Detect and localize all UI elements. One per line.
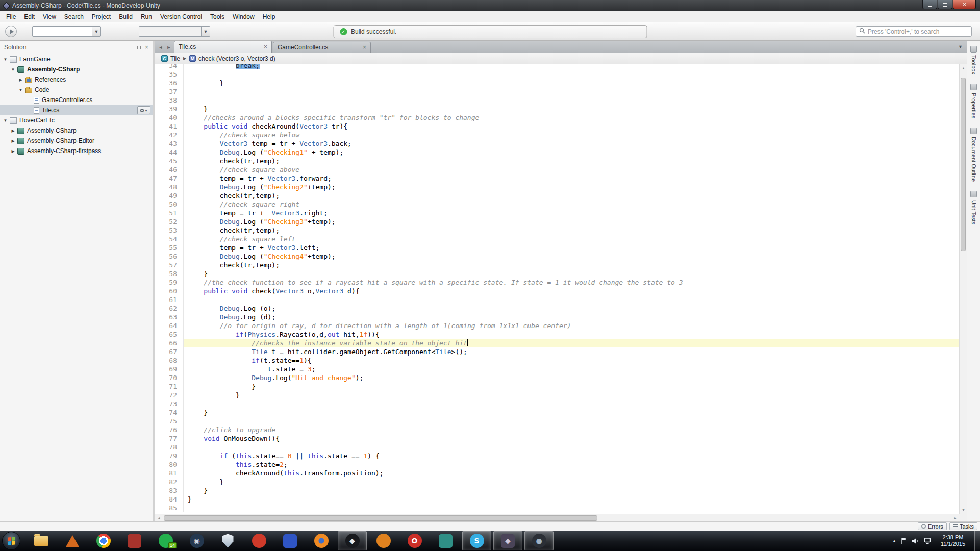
taskbar-icon-2[interactable] <box>58 531 87 550</box>
chrome-icon[interactable] <box>89 531 118 550</box>
steam-icon[interactable]: ◉ <box>182 531 211 550</box>
menu-help[interactable]: Help <box>259 12 280 22</box>
taskbar-icon-17[interactable]: ● <box>524 531 554 550</box>
code-line-text[interactable] <box>184 399 959 408</box>
menu-project[interactable]: Project <box>88 12 115 22</box>
unity-icon[interactable]: ◆ <box>338 531 367 550</box>
action-center-flag-icon[interactable] <box>901 537 907 544</box>
code-line-text[interactable] <box>184 87 959 96</box>
panel-dock-icon[interactable] <box>137 46 141 49</box>
code-line-text[interactable]: } <box>184 486 959 495</box>
tree-expander[interactable]: ▶ <box>10 149 16 154</box>
opera-icon[interactable]: O <box>400 531 429 550</box>
code-line-text[interactable]: //o for origin of ray, d for direction w… <box>184 321 959 330</box>
breadcrumb-item-check[interactable]: Mcheck (Vector3 o, Vector3 d) <box>189 55 275 62</box>
tree-item-gamecontroller-cs[interactable]: GameController.cs <box>0 95 153 105</box>
scroll-left-arrow[interactable]: ◄ <box>155 514 163 522</box>
dock-tab-toolbox[interactable]: Toolbox <box>970 46 977 74</box>
run-button[interactable] <box>5 26 17 37</box>
code-line-text[interactable]: //checks the instance variable state on … <box>184 339 959 347</box>
code-line-text[interactable]: temp = tr + Vector3.left; <box>184 243 959 252</box>
errors-button[interactable]: Errors <box>918 522 947 530</box>
volume-icon[interactable] <box>912 538 919 544</box>
spotify-icon[interactable]: 14 <box>151 531 180 550</box>
show-desktop-button[interactable] <box>974 531 980 551</box>
code-line-text[interactable]: Debug.Log ("Checking3"+temp); <box>184 217 959 226</box>
taskbar-icon-9[interactable] <box>275 531 305 550</box>
code-line-text[interactable]: if (this.state== 0 || this.state == 1) { <box>184 452 959 460</box>
code-line-text[interactable]: //check square above <box>184 165 959 174</box>
code-line-text[interactable] <box>184 417 959 425</box>
code-line-text[interactable]: Debug.Log (d); <box>184 313 959 321</box>
monodevelop-icon[interactable]: ◆ <box>493 531 522 550</box>
scroll-right-arrow[interactable]: ► <box>951 514 959 522</box>
code-line-text[interactable] <box>184 443 959 452</box>
tree-item-code[interactable]: ▼Code <box>0 85 153 95</box>
menu-search[interactable]: Search <box>60 12 88 22</box>
dock-tab-unit-tests[interactable]: Unit Tests <box>970 191 977 224</box>
nav-forward-button[interactable]: ► <box>165 42 173 53</box>
tab-list-dropdown[interactable]: ▼ <box>958 44 963 49</box>
target-dropdown[interactable]: ▼ <box>139 26 210 37</box>
code-line-text[interactable]: } <box>184 391 959 399</box>
dock-tab-properties[interactable]: Properties <box>970 84 977 118</box>
code-line-text[interactable]: Debug.Log ("Checking2"+temp); <box>184 183 959 191</box>
configuration-dropdown[interactable]: ▼ <box>32 26 101 37</box>
taskbar-icon-12[interactable] <box>369 531 398 550</box>
search-input[interactable] <box>868 28 968 35</box>
code-line-text[interactable]: //checks around a blocks specific transf… <box>184 113 959 122</box>
firefox-icon[interactable] <box>307 531 336 550</box>
code-line-text[interactable]: check(tr,temp); <box>184 226 959 235</box>
scroll-up-arrow[interactable]: ▲ <box>960 64 967 72</box>
tab-tile-cs[interactable]: Tile.cs× <box>174 41 272 53</box>
code-line-text[interactable]: //check square right <box>184 200 959 209</box>
code-line-text[interactable]: temp = tr + Vector3.forward; <box>184 174 959 183</box>
menu-file[interactable]: File <box>2 12 20 22</box>
maximize-button[interactable] <box>938 0 952 9</box>
menu-window[interactable]: Window <box>229 12 259 22</box>
taskbar-icon-8[interactable] <box>244 531 273 550</box>
code-line-text[interactable]: } <box>184 269 959 278</box>
code-line-text[interactable]: } <box>184 105 959 113</box>
tree-item-assembly-csharp-firstpass[interactable]: ▶Assembly-CSharp-firstpass <box>0 146 153 156</box>
code-line-text[interactable]: Debug.Log ("Checking4"+temp); <box>184 252 959 261</box>
tree-item-tile-cs[interactable]: Tile.cs▾ <box>0 105 153 115</box>
network-icon[interactable] <box>924 538 932 544</box>
code-line-text[interactable]: this.state=2; <box>184 460 959 469</box>
code-line-text[interactable]: t.state = 3; <box>184 365 959 373</box>
tree-expander[interactable]: ▶ <box>17 78 24 82</box>
menu-run[interactable]: Run <box>137 12 156 22</box>
tree-expander[interactable]: ▼ <box>2 57 9 62</box>
code-line-text[interactable]: Tile t = hit.collider.gameObject.GetComp… <box>184 347 959 356</box>
code-line-text[interactable]: break; <box>184 64 959 70</box>
code-line-text[interactable]: public void check(Vector3 o,Vector3 d){ <box>184 287 959 295</box>
vertical-scrollbar-thumb[interactable] <box>961 78 966 251</box>
code-line-text[interactable]: } <box>184 495 959 504</box>
explorer-icon[interactable] <box>27 531 56 550</box>
tree-expander[interactable]: ▶ <box>10 139 16 143</box>
nav-back-button[interactable]: ◄ <box>157 42 165 53</box>
tray-show-hidden-icons[interactable]: ▲ <box>892 539 896 543</box>
code-line-text[interactable]: check(tr,temp); <box>184 261 959 269</box>
code-line-text[interactable]: Debug.Log ("Checking1" + temp); <box>184 148 959 157</box>
code-line-text[interactable] <box>184 504 959 512</box>
code-editor[interactable]: 34 break;3536 }373839 }40 //checks aroun… <box>155 64 959 514</box>
tasks-button[interactable]: Tasks <box>949 522 977 530</box>
taskbar-icon-14[interactable] <box>431 531 460 550</box>
tab-close-icon[interactable]: × <box>363 44 366 51</box>
code-line-text[interactable]: temp = tr + Vector3.right; <box>184 209 959 217</box>
menu-view[interactable]: View <box>39 12 60 22</box>
panel-close-icon[interactable]: × <box>145 44 148 51</box>
tab-gamecontroller-cs[interactable]: GameController.cs× <box>273 42 371 53</box>
code-line-text[interactable]: void OnMouseDown(){ <box>184 434 959 443</box>
code-line-text[interactable]: } <box>184 478 959 486</box>
code-line-text[interactable]: checkAround(this.transform.position); <box>184 469 959 478</box>
code-line-text[interactable] <box>184 70 959 79</box>
code-line-text[interactable]: Debug.Log (o); <box>184 304 959 313</box>
menu-build[interactable]: Build <box>115 12 137 22</box>
code-line-text[interactable]: check(tr,temp); <box>184 191 959 200</box>
code-line-text[interactable]: //the check function to see if a raycast… <box>184 278 959 287</box>
tree-item-farmgame[interactable]: ▼FarmGame <box>0 54 153 64</box>
global-search-box[interactable] <box>856 26 972 37</box>
file-options-gear-button[interactable]: ▾ <box>137 106 150 114</box>
